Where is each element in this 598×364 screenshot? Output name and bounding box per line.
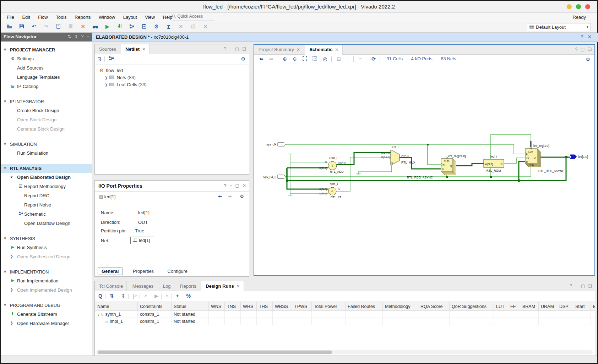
tab-schematic[interactable]: Schematic✕ [305,45,342,55]
help-icon[interactable]: ? [224,46,227,51]
stat-nets[interactable]: 83 Nets [441,56,456,61]
tab-design-runs[interactable]: Design Runs✕ [201,281,244,291]
col-uram[interactable]: URAM [539,302,557,311]
col-constraints[interactable]: Constraints [138,302,172,311]
tab-reports[interactable]: Reports [176,281,200,291]
tab-messages[interactable]: Messages [128,281,157,291]
maximize-icon[interactable]: ▢ [581,47,585,52]
item-language-templates[interactable]: Language Templates [1,73,92,82]
menu-view[interactable]: View [142,13,158,22]
collapse-all-icon[interactable]: ⇅ [98,56,102,62]
zoom-out-icon[interactable]: ⊖ [293,56,297,62]
item-open-hardware-manager[interactable]: ❯Open Hardware Manager [1,319,92,328]
help-icon[interactable]: ? [81,34,84,39]
tab-log[interactable]: Log [159,281,175,291]
section-program-and-debug[interactable]: ∨PROGRAM AND DEBUG [1,301,92,310]
col-lut[interactable]: LUT [494,302,508,311]
menu-layout[interactable]: Layout [120,13,140,22]
col-bram[interactable]: BRAM [520,302,539,311]
tab-project-summary[interactable]: Project Summary✕ [254,45,304,55]
maximize-icon[interactable]: ▢ [581,283,585,288]
close-icon[interactable]: ✕ [243,183,246,188]
item-report-drc[interactable]: Report DRC [1,191,92,200]
gear-icon[interactable]: ⚙ [586,56,590,62]
col-wbss[interactable]: WBSS [273,302,292,311]
quick-access-search[interactable] [172,14,214,21]
gear-icon[interactable]: ⚙ [241,56,245,62]
tab-tcl-console[interactable]: Tcl Console [95,281,127,291]
quick-access-input[interactable] [177,14,210,19]
autofit-selection-icon[interactable]: ◎ [323,56,327,62]
item-create-block-design[interactable]: Create Block Design [1,106,92,115]
schematic-toolbar-icon[interactable] [127,22,137,30]
port-led-output[interactable] [570,155,577,159]
col-dsp[interactable]: DSP [557,302,573,311]
col-qor-suggestions[interactable]: QoR Suggestions [450,302,494,311]
regenerate-icon[interactable]: ⟳ [371,56,376,62]
maximize-icon[interactable]: ▢ [235,46,239,51]
back-arrow-icon[interactable]: ⬅ [259,56,263,62]
tree-root-flow-led[interactable]: Rflow_led [95,67,249,74]
col-tns[interactable]: TNS [225,302,241,311]
section-rtl-analysis[interactable]: ∨RTL ANALYSIS [1,164,92,173]
expand-all-icon[interactable]: ⇕ [75,34,78,39]
table-row-impl-1[interactable]: ▷impl_1 constrs_1 Not started [95,318,595,325]
item-add-sources[interactable]: Add Sources [1,64,92,73]
col-start[interactable]: Start [573,302,591,311]
find-icon[interactable] [90,22,100,30]
tab-sources[interactable]: Sources [95,44,120,54]
col-elapsed[interactable]: Elapsed [591,302,595,311]
chevron-down-icon[interactable]: ∨ [97,313,100,316]
item-settings[interactable]: ⚙Settings [1,54,92,64]
collapse-all-icon[interactable]: ⇅ [110,293,114,299]
col-total-power[interactable]: Total Power [312,302,346,311]
tab-general[interactable]: General [98,268,123,275]
maximize-icon[interactable]: ▢ [235,183,239,188]
help-icon[interactable]: ? [224,183,227,188]
port-sys-clk[interactable] [278,143,286,146]
percent-icon[interactable]: % [186,293,190,299]
redo-icon[interactable]: ↷ [41,22,51,30]
menu-flow[interactable]: Flow [35,13,51,22]
help-icon[interactable]: ? [570,283,572,288]
float-icon[interactable]: ❏ [242,46,246,51]
minimize-icon[interactable]: – [230,183,232,188]
tree-node-nets[interactable]: ❯Nets (83) [95,74,249,81]
item-report-methodology[interactable]: ☑Report Methodology [1,182,92,191]
copy-icon[interactable] [53,22,64,30]
scrollbar-thumb[interactable] [98,351,332,354]
minimize-icon[interactable]: – [229,46,232,51]
stat-io-ports[interactable]: 4 I/O Ports [411,56,433,61]
menu-reports[interactable]: Reports [71,13,94,22]
zoom-in-icon[interactable]: ⊕ [283,56,287,62]
item-open-elaborated-design[interactable]: ∨Open Elaborated Design [1,173,92,182]
float-icon[interactable]: ❏ [588,47,592,52]
horizontal-scrollbar[interactable] [96,350,593,354]
col-whs[interactable]: WHS [241,302,257,311]
section-ip-integrator[interactable]: ∨IP INTEGRATOR [1,98,92,106]
net-link[interactable]: led[1] [130,237,154,244]
menu-edit[interactable]: Edit [19,13,33,22]
gear-icon[interactable]: ⚙ [240,194,244,199]
close-icon[interactable]: ✕ [335,47,338,52]
col-wns[interactable]: WNS [209,302,225,311]
menu-file[interactable]: File [4,13,17,22]
generate-bitstream-icon[interactable]: 0110 [114,22,125,30]
col-methodology[interactable]: Methodology [383,302,418,311]
select-area-icon[interactable] [312,56,317,62]
sum-icon[interactable]: Σ [163,22,174,30]
menu-window[interactable]: Window [96,13,118,22]
item-open-dataflow-design[interactable]: Open Dataflow Design [1,219,92,228]
run-icon[interactable]: ▶ [102,22,113,30]
report-icon[interactable] [139,22,150,30]
section-implementation[interactable]: ∨IMPLEMENTATION [1,268,92,276]
col-rqa-score[interactable]: RQA Score [418,302,450,311]
settings-toolbar-icon[interactable]: ⚙ [151,22,162,30]
close-icon[interactable]: ✕ [297,47,300,52]
remove-icon[interactable]: − [359,56,362,62]
close-button[interactable] [585,4,590,9]
expand-all-icon[interactable]: ⇕ [121,293,125,299]
col-status[interactable]: Status [172,302,209,311]
item-run-implementation[interactable]: ▶Run Implementation [1,276,92,286]
item-generate-bitstream[interactable]: Generate Bitstream [1,310,92,319]
